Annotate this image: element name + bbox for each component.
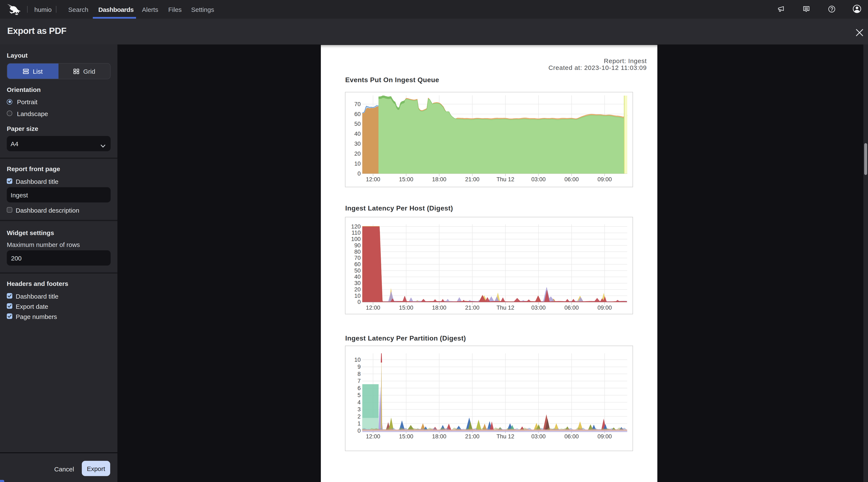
svg-text:03:00: 03:00	[531, 433, 546, 440]
svg-text:40: 40	[354, 130, 361, 137]
svg-text:100: 100	[351, 236, 361, 242]
svg-text:10: 10	[354, 160, 361, 167]
svg-text:9: 9	[358, 364, 361, 370]
svg-text:70: 70	[354, 255, 361, 261]
svg-text:18:00: 18:00	[432, 176, 446, 182]
svg-text:30: 30	[354, 280, 361, 286]
svg-text:Thu 12: Thu 12	[497, 304, 514, 311]
svg-text:09:00: 09:00	[598, 176, 612, 182]
svg-text:50: 50	[354, 267, 361, 274]
svg-text:0: 0	[358, 427, 361, 434]
svg-text:15:00: 15:00	[399, 433, 413, 440]
svg-text:120: 120	[351, 223, 361, 230]
svg-text:20: 20	[354, 150, 361, 157]
svg-text:8: 8	[358, 371, 361, 377]
svg-text:2: 2	[358, 413, 361, 420]
svg-text:5: 5	[358, 392, 361, 398]
svg-text:20: 20	[354, 286, 361, 293]
svg-text:06:00: 06:00	[564, 176, 579, 182]
svg-text:21:00: 21:00	[465, 304, 480, 311]
svg-text:1: 1	[358, 420, 361, 427]
svg-text:03:00: 03:00	[531, 176, 546, 182]
svg-text:50: 50	[354, 121, 361, 127]
svg-text:30: 30	[354, 140, 361, 147]
svg-text:90: 90	[354, 242, 361, 249]
svg-text:60: 60	[354, 261, 361, 267]
svg-text:18:00: 18:00	[432, 433, 446, 440]
svg-text:15:00: 15:00	[399, 304, 413, 311]
svg-text:7: 7	[358, 378, 361, 384]
svg-text:06:00: 06:00	[564, 433, 579, 440]
svg-text:03:00: 03:00	[531, 304, 546, 311]
svg-text:10: 10	[354, 357, 361, 363]
svg-text:21:00: 21:00	[465, 176, 480, 182]
svg-text:Thu 12: Thu 12	[497, 433, 514, 440]
svg-text:70: 70	[354, 101, 361, 107]
svg-text:3: 3	[358, 406, 361, 413]
svg-text:10: 10	[354, 292, 361, 299]
svg-text:0: 0	[358, 170, 361, 176]
svg-text:40: 40	[354, 274, 361, 280]
svg-text:09:00: 09:00	[598, 304, 612, 311]
svg-text:Thu 12: Thu 12	[497, 176, 514, 182]
svg-text:09:00: 09:00	[598, 433, 612, 440]
svg-text:60: 60	[354, 111, 361, 117]
svg-text:80: 80	[354, 249, 361, 255]
svg-text:12:00: 12:00	[366, 433, 380, 440]
svg-text:21:00: 21:00	[465, 433, 480, 440]
svg-text:06:00: 06:00	[564, 304, 579, 311]
svg-text:12:00: 12:00	[366, 176, 380, 182]
svg-text:4: 4	[358, 399, 361, 406]
svg-text:0: 0	[358, 299, 361, 305]
svg-text:15:00: 15:00	[399, 176, 413, 182]
svg-text:18:00: 18:00	[432, 304, 446, 311]
svg-text:12:00: 12:00	[366, 304, 380, 311]
svg-text:110: 110	[351, 230, 361, 236]
svg-text:6: 6	[358, 385, 361, 391]
